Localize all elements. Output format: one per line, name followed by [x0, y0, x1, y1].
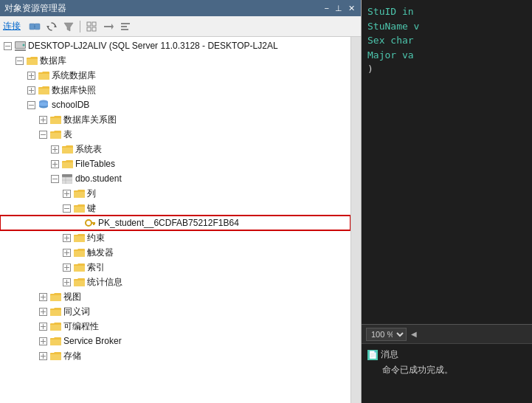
- tree-item-constraints[interactable]: 约束: [0, 230, 350, 245]
- vertical-scrollbar[interactable]: [350, 37, 361, 403]
- toolbar-separator-1: [80, 21, 80, 32]
- svg-rect-6: [87, 22, 91, 26]
- tree-item-tables[interactable]: 表: [0, 127, 350, 142]
- expand-minus-icon[interactable]: [13, 55, 25, 66]
- expand-plus-icon[interactable]: [61, 276, 72, 288]
- code-editor: StuID in StuName v Sex char Major va ): [362, 0, 532, 324]
- new-connection-button[interactable]: [27, 19, 42, 34]
- tree-item-server[interactable]: DESKTOP-LJ2ALIV (SQL Server 11.0.3128 - …: [0, 38, 350, 53]
- node-label: FileTables: [75, 159, 115, 169]
- scroll-left-icon[interactable]: ◀: [411, 330, 417, 338]
- connect-label[interactable]: 连接: [3, 20, 21, 32]
- expand-plus-icon[interactable]: [37, 320, 49, 332]
- tree-item-triggers[interactable]: 触发器: [0, 245, 350, 260]
- tree-item-db-snapshot[interactable]: 数据库快照: [0, 83, 350, 97]
- node-label: 索引: [87, 261, 105, 274]
- pin-icon[interactable]: −: [323, 4, 331, 13]
- object-explorer-tree: DESKTOP-LJ2ALIV (SQL Server 11.0.3128 - …: [0, 37, 350, 403]
- svg-marker-4: [46, 26, 49, 28]
- tree-item-synonyms[interactable]: 同义词: [0, 304, 350, 319]
- panel-title: 对象资源管理器: [4, 2, 66, 15]
- tree-item-sys-tables[interactable]: 系统表: [0, 142, 350, 156]
- tree-item-keys[interactable]: 键: [0, 201, 350, 216]
- tree-item-service-broker[interactable]: Service Broker: [0, 334, 350, 348]
- sync-button[interactable]: [101, 19, 116, 34]
- collapse-button[interactable]: [84, 19, 99, 34]
- properties-button[interactable]: [118, 19, 133, 34]
- folder-icon: [49, 335, 61, 347]
- message-text: 命令已成功完成。: [382, 365, 453, 375]
- tree-item-db-diagram[interactable]: 数据库关系图: [0, 112, 350, 127]
- code-line-2: StuName v: [367, 19, 526, 34]
- expand-spacer[interactable]: [72, 217, 84, 229]
- panel-title-controls: − ⊥ ✕: [323, 4, 356, 13]
- tree-item-statistics[interactable]: 统计信息: [0, 275, 350, 289]
- messages-tab[interactable]: 📄 消息: [367, 348, 526, 361]
- expand-minus-icon[interactable]: [61, 202, 72, 214]
- folder-icon: [26, 55, 38, 66]
- expand-plus-icon[interactable]: [49, 143, 61, 155]
- close-icon[interactable]: ✕: [347, 4, 356, 13]
- object-explorer-panel: 对象资源管理器 − ⊥ ✕ 连接: [0, 0, 362, 403]
- node-label: DESKTOP-LJ2ALIV (SQL Server 11.0.3128 - …: [28, 41, 278, 51]
- expand-minus-icon[interactable]: [1, 40, 13, 52]
- expand-plus-icon[interactable]: [37, 335, 49, 347]
- tree-item-schooldb[interactable]: schoolDB: [0, 97, 350, 112]
- tree-item-sys-db[interactable]: 系统数据库: [0, 68, 350, 83]
- expand-plus-icon[interactable]: [61, 261, 72, 273]
- tree-item-student-table[interactable]: dbo.student: [0, 171, 350, 186]
- results-toolbar: 100 % ◀: [362, 325, 532, 344]
- svg-rect-12: [121, 23, 130, 24]
- svg-point-35: [39, 103, 48, 106]
- svg-marker-3: [54, 25, 57, 27]
- expand-plus-icon[interactable]: [37, 114, 49, 125]
- node-label: 存储: [63, 350, 81, 362]
- folder-icon: [49, 320, 61, 332]
- refresh-button[interactable]: [44, 19, 59, 34]
- expand-minus-icon[interactable]: [37, 128, 49, 140]
- svg-rect-7: [92, 22, 96, 26]
- svg-rect-61: [93, 224, 94, 225]
- svg-rect-20: [15, 49, 26, 51]
- folder-icon: [49, 114, 61, 125]
- query-results-panel: StuID in StuName v Sex char Major va ) 1…: [362, 0, 532, 403]
- pin-vertical-icon[interactable]: ⊥: [334, 4, 344, 13]
- folder-icon: [61, 143, 73, 155]
- expand-minus-icon[interactable]: [25, 99, 37, 111]
- svg-rect-14: [121, 29, 128, 30]
- expand-plus-icon[interactable]: [61, 232, 72, 244]
- node-label: 列: [87, 187, 96, 200]
- folder-icon: [73, 187, 85, 199]
- node-label: 键: [87, 202, 96, 215]
- zoom-select[interactable]: 100 %: [366, 328, 407, 341]
- tree-item-storage[interactable]: 存储: [0, 348, 350, 363]
- expand-plus-icon[interactable]: [61, 187, 72, 199]
- expand-plus-icon[interactable]: [37, 291, 49, 303]
- expand-plus-icon[interactable]: [37, 306, 49, 317]
- tree-item-databases[interactable]: 数据库: [0, 53, 350, 68]
- svg-rect-13: [121, 26, 127, 27]
- node-label: 系统表: [75, 143, 102, 156]
- expand-plus-icon[interactable]: [25, 69, 37, 81]
- svg-rect-0: [30, 24, 35, 30]
- expand-plus-icon[interactable]: [61, 247, 72, 258]
- folder-icon: [49, 350, 61, 362]
- key-icon: [84, 217, 96, 229]
- expand-plus-icon[interactable]: [37, 350, 49, 362]
- code-line-3: Sex char: [367, 33, 526, 48]
- tree-item-programmability[interactable]: 可编程性: [0, 319, 350, 334]
- tree-item-indexes[interactable]: 索引: [0, 260, 350, 275]
- expand-plus-icon[interactable]: [25, 84, 37, 96]
- tree-item-views[interactable]: 视图: [0, 289, 350, 304]
- folder-icon: [73, 261, 85, 273]
- tree-item-file-tables[interactable]: FileTables: [0, 156, 350, 171]
- expand-minus-icon[interactable]: [49, 173, 61, 185]
- node-label: 同义词: [63, 306, 90, 318]
- folder-icon: [49, 306, 61, 317]
- tree-item-pk-student[interactable]: PK_student__6CDFAB75212F1B64: [0, 216, 350, 230]
- node-label: 约束: [87, 232, 105, 244]
- explorer-toolbar: 连接: [0, 16, 361, 37]
- filter-button[interactable]: [61, 19, 76, 34]
- tree-item-columns[interactable]: 列: [0, 186, 350, 201]
- expand-plus-icon[interactable]: [49, 158, 61, 170]
